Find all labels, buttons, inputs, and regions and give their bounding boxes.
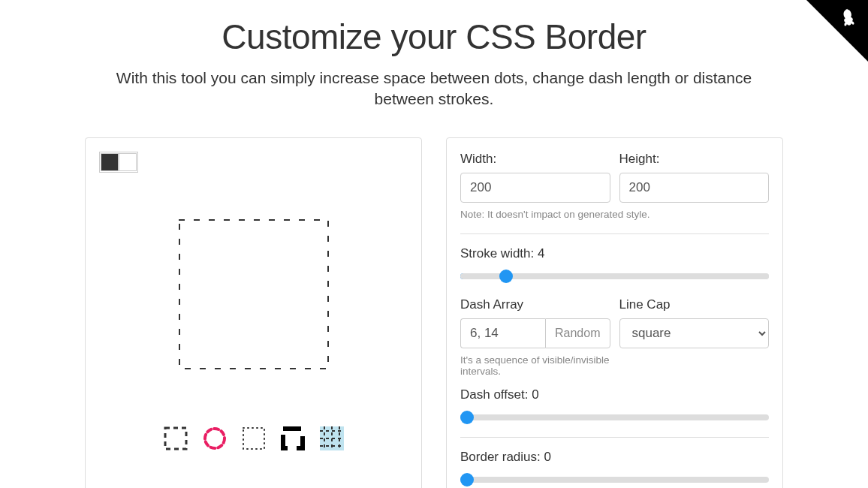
dash-array-label: Dash Array: [460, 297, 610, 312]
preview-panel: [85, 137, 422, 488]
divider: [460, 233, 769, 234]
stroke-color-swatch[interactable]: [101, 153, 119, 171]
preset-dashed-square[interactable]: [164, 426, 188, 450]
dash-array-input[interactable]: [460, 318, 545, 348]
octopus-icon: [836, 5, 863, 33]
height-label: Height:: [619, 152, 770, 167]
stroke-width-slider[interactable]: [460, 273, 769, 279]
preset-dotted-square[interactable]: [242, 426, 266, 450]
dash-offset-label: Dash offset: 0: [460, 387, 769, 402]
background-color-swatch[interactable]: [119, 153, 137, 171]
width-input[interactable]: [460, 173, 610, 203]
random-button[interactable]: Random: [545, 318, 610, 348]
svg-rect-0: [179, 220, 328, 369]
size-note: Note: It doesn't impact on generated sty…: [460, 209, 769, 220]
color-swatches: [99, 152, 138, 173]
github-corner-ribbon[interactable]: [806, 0, 868, 62]
preview-shape: [179, 219, 329, 369]
preset-dashed-circle[interactable]: [203, 426, 227, 450]
border-radius-slider[interactable]: [460, 477, 769, 483]
stroke-width-label: Stroke width: 4: [460, 246, 769, 261]
preset-row: [164, 426, 344, 450]
svg-rect-3: [243, 428, 264, 449]
preset-grid-hatch[interactable]: [320, 426, 344, 450]
height-input[interactable]: [619, 173, 770, 203]
line-cap-label: Line Cap: [619, 297, 770, 312]
line-cap-select[interactable]: square: [619, 318, 770, 348]
svg-rect-1: [165, 428, 186, 449]
dash-array-help: It's a sequence of visible/invisible int…: [460, 354, 610, 377]
dash-offset-slider[interactable]: [460, 414, 769, 420]
svg-point-2: [205, 429, 225, 448]
border-radius-label: Border radius: 0: [460, 450, 769, 465]
page-title: Customize your CSS Border: [0, 17, 868, 57]
page-subtitle: With this tool you can simply increase s…: [89, 68, 779, 110]
width-label: Width:: [460, 152, 610, 167]
divider: [460, 437, 769, 438]
preset-bold-cut-square[interactable]: [281, 426, 305, 450]
controls-panel: Width: Height: Note: It doesn't impact o…: [446, 137, 783, 488]
svg-rect-4: [283, 429, 303, 448]
